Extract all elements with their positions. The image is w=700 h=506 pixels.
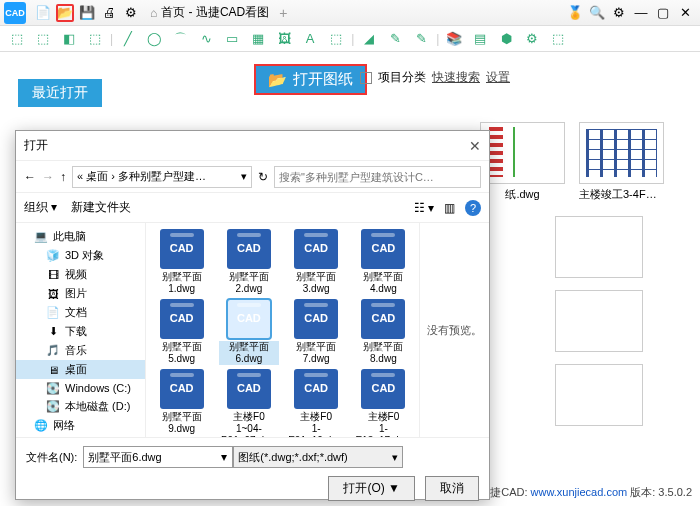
file-name: 别墅平面9.dwg [152, 411, 211, 435]
tree-item[interactable]: 🖼图片 [16, 284, 145, 303]
tool-icon[interactable]: ⚙ [523, 30, 541, 48]
tree-item-icon: ⬇ [46, 325, 60, 339]
line-tool-icon[interactable]: ╱ [119, 30, 137, 48]
dialog-path-row: ← → ↑ « 桌面 › 多种别墅户型建… ▾ ↻ [16, 161, 489, 193]
nav-up-icon[interactable]: ↑ [60, 170, 66, 184]
file-item[interactable]: CAD别墅平面2.dwg [219, 229, 278, 295]
recent-open-tab[interactable]: 最近打开 [18, 79, 102, 107]
tool-icon[interactable]: ✎ [412, 30, 430, 48]
maximize-button[interactable]: ▢ [654, 4, 672, 22]
tool-icon[interactable]: ▦ [249, 30, 267, 48]
polyline-tool-icon[interactable]: ∿ [197, 30, 215, 48]
cad-file-icon: CAD [227, 369, 271, 409]
cancel-button[interactable]: 取消 [425, 476, 479, 501]
tree-item-label: 下载 [65, 324, 87, 339]
print-icon[interactable]: 🖨 [100, 4, 118, 22]
tree-item-label: 图片 [65, 286, 87, 301]
tree-item[interactable]: 🎵音乐 [16, 341, 145, 360]
tool-icon[interactable]: ⬚ [86, 30, 104, 48]
nav-fwd-icon[interactable]: → [42, 170, 54, 184]
erase-tool-icon[interactable]: ◢ [360, 30, 378, 48]
tool-icon[interactable]: ◧ [60, 30, 78, 48]
file-name: 别墅平面3.dwg [287, 271, 346, 295]
minimize-button[interactable]: — [632, 4, 650, 22]
recent-thumb[interactable]: 主楼竣工3-4F平面系… [579, 122, 664, 202]
preview-pane-icon[interactable]: ▥ [444, 201, 455, 215]
title-bar: CAD 📄 📂 💾 🖨 ⚙ ⌂ 首页 - 迅捷CAD看图 + 🏅 🔍 ⚙ — ▢… [0, 0, 700, 26]
search-input[interactable] [274, 166, 481, 188]
tree-item-label: 视频 [65, 267, 87, 282]
config-icon[interactable]: ⚙ [122, 4, 140, 22]
nav-back-icon[interactable]: ← [24, 170, 36, 184]
empty-thumb [555, 216, 643, 278]
close-button[interactable]: ✕ [676, 4, 694, 22]
file-item[interactable]: CAD别墅平面7.dwg [287, 299, 346, 365]
new-file-icon[interactable]: 📄 [34, 4, 52, 22]
circle-tool-icon[interactable]: ◯ [145, 30, 163, 48]
file-name: 别墅平面2.dwg [219, 271, 278, 295]
tree-item[interactable]: ⬇下载 [16, 322, 145, 341]
open-drawing-label: 打开图纸 [293, 70, 353, 89]
recent-thumb[interactable]: 纸.dwg [480, 122, 565, 202]
tree-item-label: 本地磁盘 (D:) [65, 399, 130, 414]
file-item[interactable]: CAD别墅平面6.dwg [219, 299, 278, 365]
tool-icon[interactable]: ⬚ [327, 30, 345, 48]
settings-link[interactable]: 设置 [486, 69, 510, 86]
project-group-checkbox[interactable] [360, 72, 372, 84]
tool-icon[interactable]: ✎ [386, 30, 404, 48]
rect-tool-icon[interactable]: ▭ [223, 30, 241, 48]
tool-icon[interactable]: ⬚ [8, 30, 26, 48]
tree-item[interactable]: 🌐网络 [16, 416, 145, 435]
layer-tool-icon[interactable]: 📚 [445, 30, 463, 48]
tool-icon[interactable]: ⬚ [549, 30, 567, 48]
medal-icon[interactable]: 🏅 [566, 4, 584, 22]
file-item[interactable]: CAD别墅平面3.dwg [287, 229, 346, 295]
quick-search-link[interactable]: 快速搜索 [432, 69, 480, 86]
open-drawing-button[interactable]: 📂 打开图纸 [256, 66, 365, 93]
cad-file-icon: CAD [227, 299, 271, 339]
file-item[interactable]: CAD别墅平面9.dwg [152, 369, 211, 437]
new-folder-button[interactable]: 新建文件夹 [71, 199, 131, 216]
open-drawing-highlight: 📂 打开图纸 [254, 64, 367, 95]
dialog-close-button[interactable]: ✕ [469, 138, 481, 154]
text-tool-icon[interactable]: A [301, 30, 319, 48]
tree-item[interactable]: 🎞视频 [16, 265, 145, 284]
file-item[interactable]: CAD别墅平面8.dwg [354, 299, 413, 365]
add-tab-button[interactable]: + [279, 5, 287, 21]
file-item[interactable]: CAD别墅平面5.dwg [152, 299, 211, 365]
cad-file-icon: CAD [294, 369, 338, 409]
save-icon[interactable]: 💾 [78, 4, 96, 22]
file-item[interactable]: CAD别墅平面1.dwg [152, 229, 211, 295]
arc-tool-icon[interactable]: ⌒ [171, 30, 189, 48]
tree-item[interactable]: 🧊3D 对象 [16, 246, 145, 265]
tool-icon[interactable]: ⬢ [497, 30, 515, 48]
open-button[interactable]: 打开(O) ▼ [328, 476, 415, 501]
zoom-icon[interactable]: 🔍 [588, 4, 606, 22]
view-mode-icon[interactable]: ☷ ▾ [414, 201, 434, 215]
settings-icon[interactable]: ⚙ [610, 4, 628, 22]
footer-link[interactable]: www.xunjiecad.com [531, 486, 628, 498]
filename-input[interactable] [83, 446, 233, 468]
file-item[interactable]: CAD主楼F01-E01~10.dwg [287, 369, 346, 437]
organize-menu[interactable]: 组织 ▾ [24, 199, 57, 216]
breadcrumb[interactable]: « 桌面 › 多种别墅户型建… ▾ [72, 166, 252, 188]
tool-icon[interactable]: ▤ [471, 30, 489, 48]
tree-item[interactable]: 💻此电脑 [16, 227, 145, 246]
image-tool-icon[interactable]: 🖼 [275, 30, 293, 48]
tree-item[interactable]: 🖥桌面 [16, 360, 145, 379]
home-tab[interactable]: ⌂ 首页 - 迅捷CAD看图 [150, 4, 269, 21]
tree-item[interactable]: 💽本地磁盘 (D:) [16, 397, 145, 416]
open-file-icon[interactable]: 📂 [56, 4, 74, 22]
file-name: 主楼F01-E01~10.dwg [287, 411, 346, 437]
tree-item[interactable]: 💽Windows (C:) [16, 379, 145, 397]
tool-icon[interactable]: ⬚ [34, 30, 52, 48]
help-icon[interactable]: ? [465, 200, 481, 216]
cad-file-icon: CAD [160, 369, 204, 409]
file-item[interactable]: CAD主楼F01~04-P01~07.dwg [219, 369, 278, 437]
refresh-icon[interactable]: ↻ [258, 170, 268, 184]
dialog-title: 打开 [24, 137, 48, 154]
tree-item[interactable]: 📄文档 [16, 303, 145, 322]
file-item[interactable]: CAD别墅平面4.dwg [354, 229, 413, 295]
filetype-select[interactable]: 图纸(*.dwg;*.dxf;*.dwf) ▾ [233, 446, 403, 468]
file-item[interactable]: CAD主楼F01-E13~17.dwg [354, 369, 413, 437]
